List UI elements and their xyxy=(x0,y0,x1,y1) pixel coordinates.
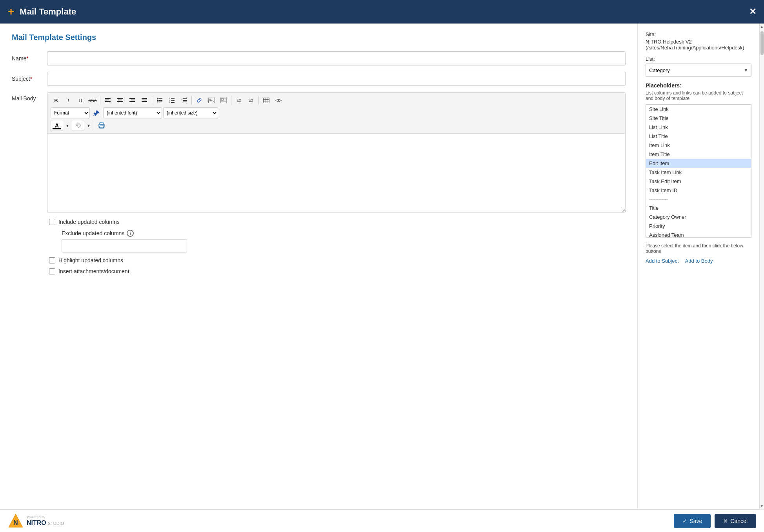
highlight-updated-checkbox[interactable] xyxy=(49,257,55,263)
table-button[interactable] xyxy=(261,95,272,106)
subject-input[interactable] xyxy=(47,72,626,86)
underline-button[interactable]: U xyxy=(75,95,86,106)
exclude-input[interactable] xyxy=(62,239,187,252)
size-select[interactable]: (inherited size) xyxy=(163,107,218,118)
align-center-button[interactable] xyxy=(115,95,126,106)
link-button[interactable] xyxy=(194,95,205,106)
svg-text:3.: 3. xyxy=(169,101,170,103)
svg-rect-12 xyxy=(142,98,147,99)
svg-rect-21 xyxy=(158,102,162,102)
svg-rect-15 xyxy=(142,103,147,103)
svg-text:N: N xyxy=(13,519,18,526)
bullet-list-button[interactable] xyxy=(154,95,165,106)
numbered-list-button[interactable]: 1.2.3. xyxy=(166,95,177,106)
cancel-button[interactable]: ✕ Cancel xyxy=(715,514,756,528)
superscript-button[interactable]: x2 xyxy=(246,95,256,106)
exclude-info-icon[interactable]: i xyxy=(127,230,134,237)
name-row: Name* xyxy=(12,51,626,65)
placeholder-divider: ------------ xyxy=(646,195,751,203)
svg-rect-28 xyxy=(183,98,187,99)
placeholders-label: Placeholders: xyxy=(646,82,751,89)
bg-color-dropdown[interactable]: ▼ xyxy=(85,120,92,131)
highlight-updated-label: Highlight updated columns xyxy=(58,257,123,263)
svg-rect-7 xyxy=(118,103,122,103)
print-button[interactable] xyxy=(96,120,107,131)
placeholder-item[interactable]: Category Owner xyxy=(646,212,751,222)
svg-rect-4 xyxy=(117,98,123,99)
embed-button[interactable] xyxy=(218,95,229,106)
strikethrough-button[interactable]: abc xyxy=(87,95,98,106)
highlight-updated-row: Highlight updated columns xyxy=(49,257,626,263)
nitro-label: NITRO xyxy=(27,519,46,527)
placeholder-item[interactable]: Task Item ID xyxy=(646,186,751,195)
footer-brand: N Powered by NITRO STUDIO xyxy=(8,513,64,529)
svg-point-20 xyxy=(157,102,158,103)
placeholder-item[interactable]: Priority xyxy=(646,222,751,231)
nitro-logo-icon: N xyxy=(8,513,24,529)
svg-rect-37 xyxy=(224,100,226,100)
font-color-dropdown[interactable]: ▼ xyxy=(64,120,71,131)
right-scrollbar[interactable]: ▲ ▼ xyxy=(759,24,764,509)
bg-color-button[interactable] xyxy=(72,120,84,131)
editor-body[interactable] xyxy=(47,134,625,212)
placeholders-list[interactable]: Site LinkSite TitleList LinkList TitleIt… xyxy=(646,104,751,238)
svg-rect-23 xyxy=(171,98,175,99)
format-select[interactable]: Format xyxy=(51,107,90,118)
list-select-wrapper: Category ▼ xyxy=(646,64,751,77)
include-updated-checkbox[interactable] xyxy=(49,219,55,225)
cancel-icon: ✕ xyxy=(723,518,728,524)
svg-point-16 xyxy=(157,98,158,100)
svg-point-48 xyxy=(103,125,104,126)
dialog-title: Mail Template xyxy=(20,7,76,17)
add-to-body-button[interactable]: Add to Body xyxy=(685,258,713,264)
subscript-button[interactable]: x2 xyxy=(233,95,244,106)
placeholder-item[interactable]: Item Link xyxy=(646,141,751,150)
site-value: NITRO Helpdesk V2 (/sites/NehaTraining/A… xyxy=(646,39,751,51)
bold-button[interactable]: B xyxy=(51,95,62,106)
list-select[interactable]: Category xyxy=(646,64,751,77)
mail-body-label: Mail Body xyxy=(12,92,47,102)
italic-button[interactable]: I xyxy=(63,95,74,106)
add-to-subject-button[interactable]: Add to Subject xyxy=(646,258,679,264)
scroll-down-button[interactable]: ▼ xyxy=(760,503,764,509)
align-justify-button[interactable] xyxy=(139,95,150,106)
svg-rect-29 xyxy=(183,100,187,101)
placeholder-item[interactable]: List Link xyxy=(646,123,751,132)
toolbar-row-3: A ▼ ▼ xyxy=(51,120,622,131)
svg-rect-39 xyxy=(264,98,269,103)
placeholder-item[interactable]: Site Title xyxy=(646,114,751,123)
svg-rect-27 xyxy=(171,102,175,103)
site-label: Site: xyxy=(646,31,751,37)
placeholder-item[interactable]: Item Title xyxy=(646,150,751,159)
placeholder-item[interactable]: Edit Item xyxy=(646,159,751,168)
placeholder-item[interactable]: List Title xyxy=(646,132,751,141)
subject-row: Subject* xyxy=(12,72,626,86)
font-color-button[interactable]: A xyxy=(51,120,63,131)
pin-button[interactable] xyxy=(91,107,102,118)
svg-rect-25 xyxy=(171,100,175,101)
font-select[interactable]: (inherited font) xyxy=(103,107,162,118)
svg-rect-35 xyxy=(221,98,224,100)
divider-1 xyxy=(100,96,100,105)
placeholder-item[interactable]: Task Edit Item xyxy=(646,177,751,186)
scroll-up-button[interactable]: ▲ xyxy=(760,24,764,30)
image-button[interactable] xyxy=(206,95,217,106)
insert-attachments-row: Insert attachments/document xyxy=(49,268,626,274)
align-right-button[interactable] xyxy=(127,95,138,106)
align-left-button[interactable] xyxy=(102,95,113,106)
placeholder-instruction: Please select the item and then click th… xyxy=(646,243,751,254)
outdent-button[interactable] xyxy=(178,95,189,106)
name-input[interactable] xyxy=(47,51,626,65)
placeholder-item[interactable]: Title xyxy=(646,203,751,212)
scroll-thumb[interactable] xyxy=(760,31,764,55)
code-button[interactable]: </> xyxy=(273,95,284,106)
svg-rect-11 xyxy=(132,103,135,103)
save-button[interactable]: ✓ Save xyxy=(674,514,711,528)
close-button[interactable]: ✕ xyxy=(749,7,756,17)
placeholder-item[interactable]: Task Item Link xyxy=(646,168,751,177)
footer: N Powered by NITRO STUDIO ✓ Save ✕ Cance… xyxy=(0,509,764,532)
placeholder-item[interactable]: Site Link xyxy=(646,105,751,114)
placeholder-item[interactable]: Assigned Team xyxy=(646,231,751,238)
footer-buttons: ✓ Save ✕ Cancel xyxy=(674,514,756,528)
insert-attachments-checkbox[interactable] xyxy=(49,268,55,274)
